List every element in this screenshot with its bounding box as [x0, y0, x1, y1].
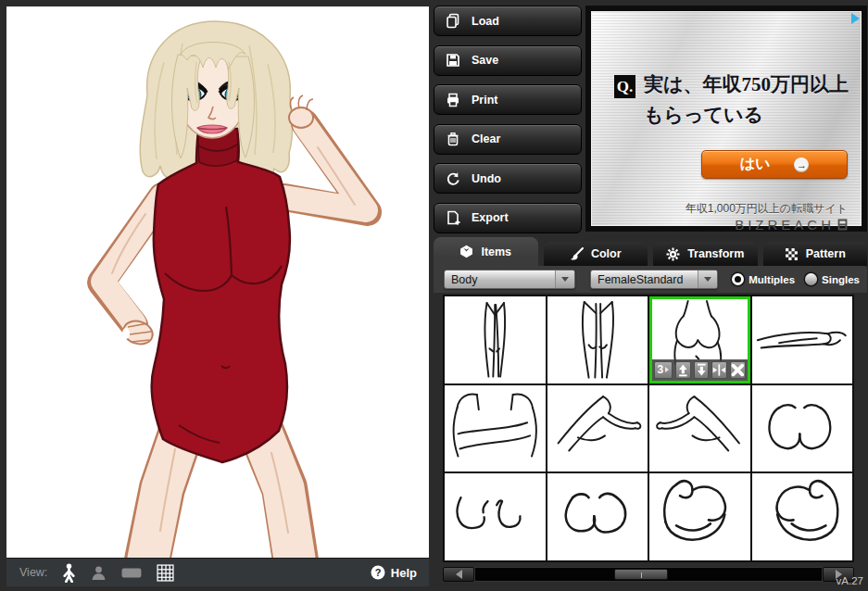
part-cell-breasts-large[interactable] [547, 473, 648, 560]
bust-view-icon[interactable] [91, 566, 107, 580]
part-cell-arm-extended[interactable] [752, 296, 853, 384]
parts-grid: 3 [443, 295, 854, 562]
advertisement[interactable]: Q. 実は、年収750万円以上 もらっている はい → 年収1,000万円以上の… [585, 6, 867, 232]
help-icon: ? [371, 565, 385, 580]
chevron-down-icon [555, 270, 574, 288]
trash-icon [446, 132, 460, 146]
chevron-down-icon [698, 270, 717, 288]
tab-transform[interactable]: Transform [653, 242, 758, 266]
grid-scrollbar [443, 567, 854, 582]
checker-icon [785, 247, 799, 261]
tab-pattern[interactable]: Pattern [763, 242, 868, 266]
save-button[interactable]: Save [434, 45, 582, 76]
delete-part-button[interactable] [730, 361, 746, 379]
item-controls: Body FemaleStandard Multiples Singles [434, 266, 867, 293]
action-button-column: Load Save Print Clear Undo Export [434, 6, 582, 233]
left-arm [101, 196, 162, 325]
radio-singles[interactable]: Singles [805, 273, 860, 285]
scrollbar-track[interactable] [474, 567, 823, 582]
part-cell-arm-flexed-right[interactable] [752, 473, 853, 560]
full-body-view-icon[interactable] [62, 563, 76, 583]
export-page-icon [446, 210, 460, 226]
radio-multiples[interactable]: Multiples [732, 273, 795, 285]
character-figure [6, 6, 429, 562]
arrow-down-icon [695, 362, 709, 378]
move-up-button[interactable] [675, 361, 691, 379]
part-cell-legs-slim-front[interactable] [445, 296, 546, 384]
brush-icon [570, 247, 584, 261]
svg-text:?: ? [374, 567, 381, 578]
flip-horizontal-icon [712, 362, 726, 378]
load-button[interactable]: Load [434, 6, 582, 36]
set-select[interactable]: FemaleStandard [590, 270, 718, 289]
bizreach-logo-mark [837, 219, 848, 231]
print-button[interactable]: Print [434, 84, 582, 115]
ad-q-badge: Q. [614, 75, 635, 98]
panel-tabs: Items Color Transform Pattern [434, 237, 867, 266]
flip-horizontal-button[interactable] [711, 361, 727, 379]
leotard [152, 129, 290, 462]
category-value: Body [445, 270, 478, 288]
category-select[interactable]: Body [444, 270, 575, 289]
part-cell-arm-bent-left[interactable] [547, 385, 648, 472]
version-label: vA.27 [837, 575, 863, 586]
grid-view-icon[interactable] [157, 564, 174, 582]
close-icon [731, 362, 745, 378]
ad-brand: BIZREACH [735, 217, 848, 233]
eyes-view-icon[interactable] [121, 568, 142, 578]
right-hand [289, 95, 313, 128]
part-cell-breasts-round[interactable] [752, 385, 853, 472]
clear-button[interactable]: Clear [434, 124, 582, 155]
undo-button[interactable]: Undo [434, 163, 582, 194]
ad-cta-button[interactable]: はい → [701, 150, 848, 179]
tab-items[interactable]: Items [434, 237, 538, 266]
radio-unselected-icon [805, 273, 817, 285]
adchoices-icon[interactable] [851, 13, 860, 24]
part-cell-arm-flexed-left[interactable] [649, 473, 750, 560]
layer-count-button[interactable]: 3 [654, 361, 673, 379]
set-value: FemaleStandard [591, 270, 683, 288]
printer-icon [446, 93, 460, 107]
scrollbar-thumb[interactable] [614, 569, 668, 580]
view-toolbar: View: ? Help [6, 558, 429, 586]
part-cell-female-torso[interactable]: 3 [649, 296, 750, 384]
box-icon [459, 245, 473, 258]
radio-selected-icon [732, 273, 744, 285]
undo-arrow-icon [446, 171, 460, 186]
arrow-left-icon [456, 570, 462, 579]
doll-maker-app: View: ? Help [0, 0, 868, 591]
arrow-up-icon [676, 362, 690, 378]
right-arm [284, 123, 368, 212]
expand-right-icon [665, 367, 669, 372]
ad-metal-panel: Q. 実は、年収750万円以上 もらっている はい → 年収1,000万円以上の… [591, 11, 862, 226]
part-cell-breasts-small[interactable] [445, 473, 546, 560]
ad-subtext: 年収1,000万円以上の転職サイト [686, 201, 848, 217]
move-down-button[interactable] [694, 361, 710, 379]
cta-arrow-icon: → [794, 157, 809, 172]
selected-part-toolbar: 3 [652, 359, 748, 381]
ad-headline: 実は、年収750万円以上 もらっている [644, 69, 862, 131]
drawing-canvas[interactable]: View: ? Help [6, 6, 429, 586]
tab-color[interactable]: Color [544, 242, 648, 266]
floppy-icon [446, 53, 460, 68]
help-label: Help [391, 566, 417, 580]
scroll-left-button[interactable] [443, 567, 474, 582]
mode-radios: Multiples Singles [732, 273, 860, 285]
part-cell-legs-front[interactable] [547, 296, 648, 384]
part-cell-arm-bent-right[interactable] [649, 385, 750, 472]
copy-pages-icon [446, 13, 460, 29]
part-cell-arms-crossed[interactable] [445, 385, 546, 472]
help-button[interactable]: ? Help [371, 565, 417, 580]
export-button[interactable]: Export [434, 203, 582, 233]
gear-icon [666, 247, 680, 261]
view-label: View: [19, 566, 47, 579]
